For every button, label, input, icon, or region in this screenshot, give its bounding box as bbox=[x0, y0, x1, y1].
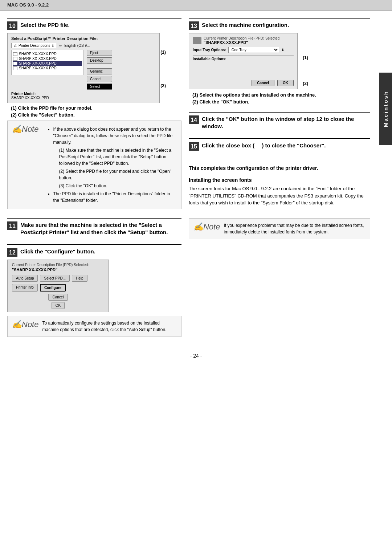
installable-label: Installable Options: bbox=[193, 57, 294, 61]
screen-fonts-title: Installing the screen fonts bbox=[189, 177, 370, 183]
step-15-header: 15 Click the close box ( ) to close the … bbox=[189, 142, 370, 151]
config-btn-row-1: Auto Setup Select PPD... Help bbox=[12, 275, 104, 282]
step-10-dialog: Select a PostScript™ Printer Description… bbox=[7, 33, 160, 103]
step-14-block: 14 Click the "OK" button in the window o… bbox=[189, 112, 370, 133]
printer-info-button[interactable]: Printer Info bbox=[12, 284, 38, 292]
step-12-title: Click the "Configure" button. bbox=[20, 248, 95, 255]
machine-dialog-title1: Current Printer Description File (PPD) S… bbox=[204, 36, 281, 40]
language-label: English (OS 9... bbox=[64, 44, 90, 48]
file-icon-1 bbox=[13, 52, 17, 56]
step-10-substeps: (1) Click the PPD file for your model. (… bbox=[7, 105, 181, 118]
generic-button[interactable]: Generic bbox=[87, 68, 112, 74]
printer-icon bbox=[193, 37, 201, 44]
config-dialog-title1: Current Printer Description File (PPD) S… bbox=[12, 263, 104, 267]
main-content: 10 Select the PPD file. Select a PostScr… bbox=[0, 11, 392, 347]
cancel-button[interactable]: Cancel bbox=[87, 76, 112, 82]
file-item-4: SHARP XX-XXXX.PPD bbox=[13, 66, 82, 70]
step-12-header: 12 Click the "Configure" button. bbox=[7, 248, 181, 257]
input-tray-row: Input Tray Options: One Tray ⬇ bbox=[193, 47, 294, 53]
file-list: SHARP XX-XXXX.PPD SHARP XX-XXXX.PPD SHAR… bbox=[11, 50, 84, 75]
config-dialog-filename: "SHARP XX-XXXX.PPD" bbox=[12, 268, 104, 272]
step-10-note: ✍Note If the above dialog box does not a… bbox=[7, 121, 181, 209]
note-text-12: To automatically configure the settings … bbox=[42, 320, 177, 333]
step-11-header: 11 Make sure that the machine is selecte… bbox=[7, 221, 181, 236]
input-tray-label: Input Tray Options: bbox=[193, 48, 226, 52]
callout-1: (1) bbox=[160, 50, 166, 55]
auto-setup-button[interactable]: Auto Setup bbox=[12, 275, 38, 282]
file-item-3: SHARP XX-XXXX.PPD bbox=[13, 61, 82, 66]
config-btn-row-2: Printer Info Configure bbox=[12, 284, 104, 292]
printer-model-value: SHARP XX-XXXX.PPD bbox=[11, 96, 156, 100]
dialog-dropdown-row: 🖨 Printer Descriptions ⬇ ⇨ English (OS 9… bbox=[11, 43, 156, 48]
help-button[interactable]: Help bbox=[72, 275, 87, 282]
eject-button[interactable]: Eject bbox=[87, 50, 112, 56]
input-tray-select[interactable]: One Tray bbox=[228, 47, 279, 53]
step-13-substeps: (1) Select the options that are installe… bbox=[189, 92, 370, 105]
step-15-block: 15 Click the close box ( ) to close the … bbox=[189, 138, 370, 154]
dropdown-label: Printer Descriptions bbox=[19, 44, 50, 48]
step-14-header: 14 Click the "OK" button in the window o… bbox=[189, 115, 370, 130]
step-10-block: 10 Select the PPD file. Select a PostScr… bbox=[7, 18, 181, 212]
dialog-title: Select a PostScript™ Printer Description… bbox=[11, 36, 156, 41]
note-icon-12: ✍Note bbox=[12, 320, 38, 333]
file-item-2: SHARP XX-XXXX.PPD bbox=[13, 56, 82, 61]
step-11-block: 11 Make sure that the machine is selecte… bbox=[7, 218, 181, 239]
cancel-button-12[interactable]: Cancel bbox=[48, 294, 68, 301]
select-ppd-button[interactable]: Select PPD... bbox=[40, 275, 69, 282]
machine-dialog-footer: Cancel OK bbox=[193, 80, 294, 86]
step-13-number: 13 bbox=[189, 21, 199, 30]
ok-button-12[interactable]: OK bbox=[52, 302, 65, 309]
right-column: 13 Select the machine configuration. Cur… bbox=[189, 18, 370, 340]
machine-ok-button[interactable]: OK bbox=[277, 80, 294, 86]
section-divider-fonts bbox=[189, 174, 370, 174]
step-12-block: 12 Click the "Configure" button. Current… bbox=[7, 244, 181, 340]
options-separator bbox=[193, 55, 294, 56]
step-11-title: Make sure that the machine is selected i… bbox=[20, 221, 181, 236]
file-icon-3 bbox=[13, 62, 17, 65]
step-12-dialog: Current Printer Description File (PPD) S… bbox=[7, 260, 109, 312]
configure-button[interactable]: Configure bbox=[40, 284, 66, 292]
file-icon-4 bbox=[13, 66, 17, 70]
machine-dialog-filename: "SHARPXX-XXXX.PPD" bbox=[204, 40, 281, 45]
step-12-number: 12 bbox=[7, 248, 17, 257]
select-button[interactable]: Select bbox=[87, 83, 112, 90]
completion-bold: This completes the configuration of the … bbox=[189, 165, 370, 171]
substep-13-2: (2) Click the "OK" button. bbox=[192, 99, 370, 105]
step-10-header: 10 Select the PPD file. bbox=[7, 21, 181, 30]
left-column: 10 Select the PPD file. Select a PostScr… bbox=[7, 18, 181, 340]
installable-options-area bbox=[193, 62, 294, 77]
desktop-button[interactable]: Desktop bbox=[87, 57, 112, 64]
page-container: MAC OS 9.0 - 9.2.2 Macintosh 10 Select t… bbox=[0, 0, 392, 554]
note-icon-10: ✍Note bbox=[12, 125, 38, 205]
header-title: MAC OS 9.0 - 9.2.2 bbox=[7, 2, 49, 8]
step-13-header: 13 Select the machine configuration. bbox=[189, 21, 370, 30]
callout-2: (2) bbox=[160, 83, 166, 88]
step-10-title: Select the PPD file. bbox=[20, 21, 70, 29]
bottom-note: ✍Note If you experience problems that ma… bbox=[189, 218, 370, 239]
step-14-number: 14 bbox=[189, 115, 199, 124]
step-11-number: 11 bbox=[7, 221, 17, 230]
header-bar: MAC OS 9.0 - 9.2.2 bbox=[0, 0, 392, 11]
printer-model-label: Printer Model: bbox=[11, 92, 156, 96]
callout-13-1: (1) bbox=[303, 55, 308, 60]
step-14-title: Click the "OK" button in the window of s… bbox=[202, 115, 370, 130]
page-footer: - 24 - bbox=[0, 347, 392, 362]
step-15-number: 15 bbox=[189, 142, 199, 151]
substep-13-1: (1) Select the options that are installe… bbox=[192, 92, 370, 98]
machine-cancel-button[interactable]: Cancel bbox=[252, 80, 274, 86]
callout-13-2: (2) bbox=[303, 81, 308, 86]
step-13-title: Select the machine configuration. bbox=[202, 21, 289, 29]
page-number: - 24 - bbox=[190, 353, 202, 359]
step-10-number: 10 bbox=[7, 21, 17, 30]
note-text-bottom: If you experience problems that may be d… bbox=[224, 222, 366, 235]
screen-fonts-text: The screen fonts for Mac OS 9.0 - 9.2.2 … bbox=[189, 185, 370, 207]
step-13-dialog: Current Printer Description File (PPD) S… bbox=[189, 33, 298, 89]
step-13-block: 13 Select the machine configuration. Cur… bbox=[189, 18, 370, 106]
completion-section: This completes the configuration of the … bbox=[189, 165, 370, 207]
file-item-1: SHARP XX-XXXX.PPD bbox=[13, 52, 82, 56]
note-icon-bottom: ✍Note bbox=[193, 222, 220, 235]
file-icon-2 bbox=[13, 57, 17, 61]
substep-10-1: (1) Click the PPD file for your model. bbox=[11, 105, 181, 111]
substep-10-2: (2) Click the "Select" button. bbox=[11, 112, 181, 118]
step-12-note: ✍Note To automatically configure the set… bbox=[7, 316, 181, 337]
